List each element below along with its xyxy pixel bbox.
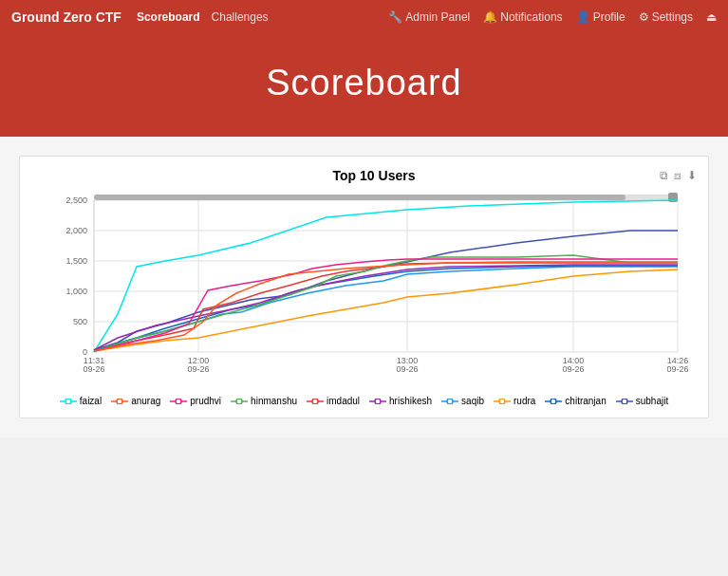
user-icon: 👤 [576,10,590,24]
main-content: Top 10 Users ⧉ ⧈ ⬇ 2,500 2,000 1,500 1, [0,137,728,437]
svg-rect-28 [94,195,625,200]
navbar: Ground Zero CTF Scoreboard Challenges 🔧 … [0,0,728,34]
svg-text:500: 500 [72,317,86,326]
chart-restore-icon[interactable]: ⧈ [674,169,681,182]
legend-prudhvi: prudhvi [170,396,221,406]
legend-imdadul: imdadul [307,396,360,406]
svg-point-33 [117,399,122,404]
app-brand[interactable]: Ground Zero CTF [11,9,121,25]
svg-point-35 [176,399,181,404]
hero-section: Scoreboard [0,34,728,137]
chart-legend: faizal anurag prudhvi hinmanshu imdadul [31,396,697,406]
svg-text:09-26: 09-26 [562,364,584,374]
nav-challenges[interactable]: Challenges [212,10,269,24]
svg-text:09-26: 09-26 [187,364,209,374]
nav-links: Scoreboard Challenges [137,10,269,24]
legend-faizal: faizal [60,396,102,406]
nav-scoreboard[interactable]: Scoreboard [137,10,200,24]
navbar-right: 🔧 Admin Panel 🔔 Notifications 👤 Profile … [388,10,717,24]
svg-text:09-26: 09-26 [666,364,688,374]
legend-rudra: rudra [494,396,535,406]
notifications-link[interactable]: 🔔 Notifications [483,10,562,24]
svg-text:2,000: 2,000 [65,226,87,235]
bell-icon: 🔔 [483,10,497,24]
svg-point-37 [236,399,242,404]
legend-subhajit: subhajit [616,396,668,406]
chart-title: Top 10 Users [88,168,660,183]
svg-text:09-26: 09-26 [396,364,418,374]
svg-text:1,500: 1,500 [65,256,87,266]
legend-saqib: saqib [441,396,484,406]
gear-icon: ⚙ [639,10,649,24]
chart-download-icon[interactable]: ⬇ [687,169,697,182]
svg-text:1,000: 1,000 [65,287,87,296]
logout-link[interactable]: ⏏ [706,10,717,24]
legend-anurag: anurag [111,396,160,406]
logout-icon: ⏏ [706,10,717,24]
legend-hrishikesh: hrishikesh [369,396,432,406]
chart-card: Top 10 Users ⧉ ⧈ ⬇ 2,500 2,000 1,500 1, [19,156,709,418]
page-title: Scoreboard [0,63,728,103]
svg-point-47 [551,399,556,404]
svg-point-41 [375,399,381,404]
chart-svg: 2,500 2,000 1,500 1,000 500 0 11:31 09-2… [42,191,687,390]
svg-text:09-26: 09-26 [83,364,104,374]
svg-point-39 [312,399,318,404]
admin-panel-link[interactable]: 🔧 Admin Panel [388,10,470,24]
chart-expand-icon[interactable]: ⧉ [660,169,668,182]
legend-chitranjan: chitranjan [545,396,606,406]
chart-controls: ⧉ ⧈ ⬇ [660,169,697,182]
wrench-icon: 🔧 [388,10,402,24]
chart-area: 2,500 2,000 1,500 1,000 500 0 11:31 09-2… [31,191,697,406]
svg-point-45 [499,399,505,404]
svg-text:2,500: 2,500 [65,195,87,205]
profile-link[interactable]: 👤 Profile [576,10,625,24]
svg-point-43 [447,399,453,404]
svg-point-31 [65,399,71,404]
chart-header: Top 10 Users ⧉ ⧈ ⬇ [31,168,697,183]
svg-point-49 [622,399,627,404]
legend-hinmanshu: hinmanshu [231,396,297,406]
settings-link[interactable]: ⚙ Settings [639,10,693,24]
